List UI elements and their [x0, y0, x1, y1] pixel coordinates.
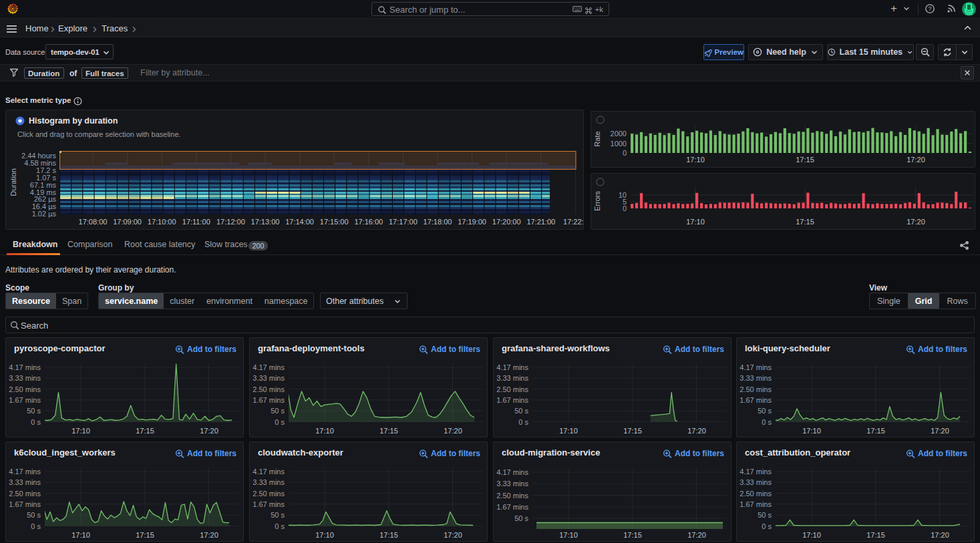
svg-text:?: ?: [928, 5, 931, 12]
